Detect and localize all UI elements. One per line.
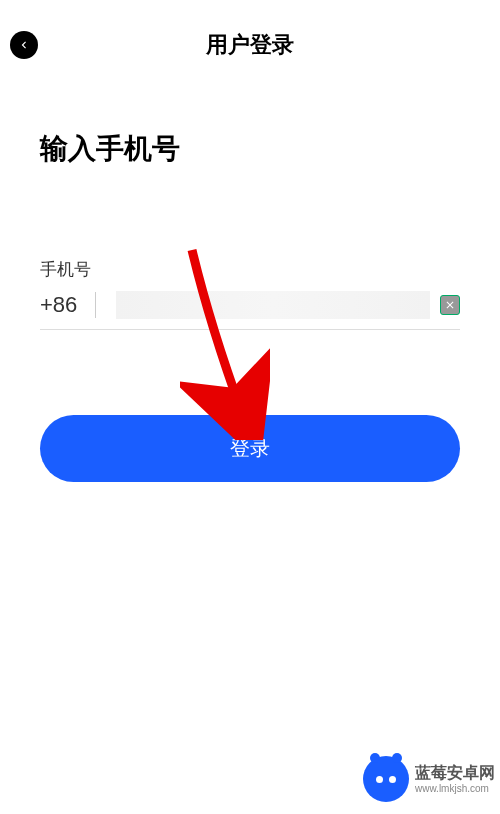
phone-label: 手机号 xyxy=(40,258,460,281)
phone-input-row: +86 xyxy=(40,291,460,330)
page-heading: 输入手机号 xyxy=(40,130,460,168)
login-button[interactable]: 登录 xyxy=(40,415,460,482)
back-button[interactable] xyxy=(10,31,38,59)
watermark: 蓝莓安卓网 www.lmkjsh.com xyxy=(363,756,495,802)
chevron-left-icon xyxy=(17,38,31,52)
close-icon xyxy=(444,299,456,311)
country-code-selector[interactable]: +86 xyxy=(40,292,96,318)
watermark-title: 蓝莓安卓网 xyxy=(415,763,495,782)
header: 用户登录 xyxy=(0,0,500,80)
watermark-url: www.lmkjsh.com xyxy=(415,783,495,795)
clear-input-button[interactable] xyxy=(440,295,460,315)
page-title: 用户登录 xyxy=(10,30,490,60)
login-form: 输入手机号 手机号 +86 登录 xyxy=(0,80,500,482)
watermark-logo-icon xyxy=(363,756,409,802)
phone-input[interactable] xyxy=(116,291,430,319)
